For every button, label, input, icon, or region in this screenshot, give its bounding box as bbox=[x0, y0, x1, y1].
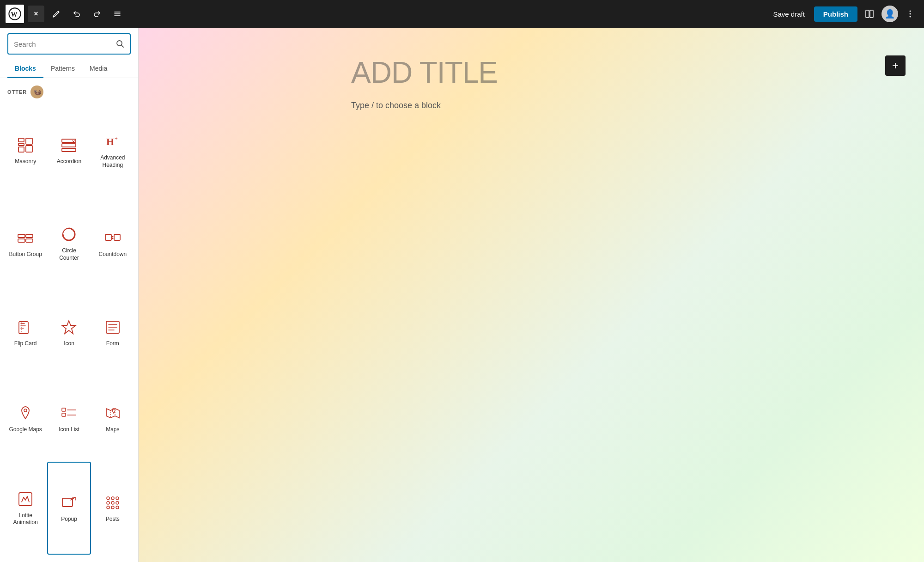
svg-rect-34 bbox=[62, 498, 73, 507]
search-input[interactable] bbox=[8, 36, 110, 53]
close-button[interactable]: × bbox=[28, 6, 44, 22]
advanced-heading-label: Advanced Heading bbox=[96, 154, 130, 169]
countdown-icon bbox=[103, 229, 122, 247]
svg-point-39 bbox=[111, 501, 114, 504]
tab-media[interactable]: Media bbox=[82, 60, 115, 78]
circle-counter-icon bbox=[60, 225, 78, 244]
editor-title-placeholder[interactable]: ADD TITLE bbox=[351, 55, 711, 90]
maps-label: Maps bbox=[106, 426, 119, 434]
circle-counter-label: Circle Counter bbox=[52, 247, 86, 262]
block-item-lottie-animation[interactable]: Lottie Animation bbox=[4, 462, 47, 555]
posts-icon bbox=[103, 494, 122, 512]
icon-list-label: Icon List bbox=[59, 426, 79, 434]
lottie-animation-label: Lottie Animation bbox=[8, 512, 43, 526]
advanced-heading-icon: H + bbox=[103, 132, 122, 151]
search-button[interactable] bbox=[110, 34, 130, 54]
svg-point-37 bbox=[116, 497, 119, 500]
undo-button[interactable] bbox=[68, 6, 85, 22]
otter-avatar: 🦦 bbox=[30, 86, 43, 98]
svg-rect-19 bbox=[18, 239, 25, 242]
editor-type-hint: Type / to choose a block bbox=[351, 101, 711, 110]
svg-rect-2 bbox=[866, 10, 869, 18]
block-item-flip-card[interactable]: Flip Card bbox=[4, 290, 47, 376]
svg-point-38 bbox=[107, 501, 109, 504]
svg-point-43 bbox=[116, 506, 119, 509]
posts-label: Posts bbox=[106, 516, 120, 523]
topbar: W × Save draft Publish bbox=[0, 0, 924, 28]
block-item-posts[interactable]: Posts bbox=[91, 462, 134, 555]
accordion-label: Accordion bbox=[57, 158, 81, 165]
masonry-icon bbox=[16, 136, 35, 154]
svg-marker-28 bbox=[62, 321, 76, 334]
svg-rect-12 bbox=[26, 146, 32, 152]
tab-blocks[interactable]: Blocks bbox=[7, 60, 43, 78]
block-item-google-maps[interactable]: Google Maps bbox=[4, 376, 47, 462]
svg-rect-32 bbox=[62, 413, 66, 416]
sidebar: Blocks Patterns Media OTTER 🦦 bbox=[0, 28, 139, 562]
google-maps-icon bbox=[16, 404, 35, 422]
flip-card-label: Flip Card bbox=[14, 340, 37, 348]
editor-area[interactable]: ADD TITLE Type / to choose a block + bbox=[139, 28, 924, 562]
block-item-popup[interactable]: Popup bbox=[47, 462, 91, 555]
svg-rect-10 bbox=[18, 147, 24, 152]
svg-point-6 bbox=[910, 16, 911, 18]
view-toggle-button[interactable] bbox=[861, 6, 878, 22]
add-block-button[interactable]: + bbox=[885, 55, 906, 76]
svg-point-7 bbox=[117, 41, 122, 46]
block-item-circle-counter[interactable]: Circle Counter bbox=[47, 197, 91, 290]
svg-point-42 bbox=[111, 506, 114, 509]
list-view-button[interactable] bbox=[109, 6, 126, 22]
options-button[interactable] bbox=[902, 6, 918, 22]
tabs: Blocks Patterns Media bbox=[0, 60, 138, 78]
svg-rect-8 bbox=[18, 138, 24, 142]
block-item-maps[interactable]: Maps bbox=[91, 376, 134, 462]
block-item-accordion[interactable]: Accordion bbox=[47, 104, 91, 197]
publish-button[interactable]: Publish bbox=[814, 6, 857, 22]
block-item-icon[interactable]: Icon bbox=[47, 290, 91, 376]
block-item-button-group[interactable]: Button Group bbox=[4, 197, 47, 290]
svg-text:+: + bbox=[115, 135, 118, 142]
svg-rect-15 bbox=[62, 148, 76, 152]
otter-label: OTTER bbox=[7, 89, 27, 95]
svg-rect-9 bbox=[18, 143, 24, 146]
edit-pencil-button[interactable] bbox=[48, 6, 65, 22]
search-area bbox=[0, 28, 138, 60]
countdown-label: Countdown bbox=[98, 251, 127, 258]
svg-point-5 bbox=[910, 13, 911, 15]
svg-rect-3 bbox=[870, 10, 873, 18]
svg-point-30 bbox=[24, 409, 27, 412]
redo-button[interactable] bbox=[89, 6, 105, 22]
popup-icon bbox=[60, 494, 78, 512]
svg-rect-11 bbox=[26, 138, 32, 144]
google-maps-label: Google Maps bbox=[9, 426, 42, 434]
wp-logo[interactable]: W bbox=[6, 5, 24, 23]
block-item-icon-list[interactable]: Icon List bbox=[47, 376, 91, 462]
popup-label: Popup bbox=[61, 516, 77, 523]
svg-point-41 bbox=[107, 506, 109, 509]
svg-text:W: W bbox=[11, 11, 18, 18]
svg-rect-20 bbox=[26, 234, 33, 238]
icon-list-icon bbox=[60, 404, 78, 422]
icon-label: Icon bbox=[64, 340, 74, 348]
svg-rect-23 bbox=[105, 234, 111, 240]
lottie-animation-icon bbox=[16, 490, 35, 508]
accordion-icon bbox=[60, 136, 78, 154]
svg-text:H: H bbox=[106, 136, 114, 147]
main-layout: Blocks Patterns Media OTTER 🦦 bbox=[0, 28, 924, 562]
svg-rect-31 bbox=[62, 408, 66, 411]
form-icon bbox=[103, 318, 122, 336]
button-group-icon bbox=[16, 229, 35, 247]
block-item-form[interactable]: Form bbox=[91, 290, 134, 376]
user-avatar-button[interactable]: 👤 bbox=[881, 6, 898, 22]
svg-rect-24 bbox=[114, 234, 120, 240]
maps-icon bbox=[103, 404, 122, 422]
block-item-masonry[interactable]: Masonry bbox=[4, 104, 47, 197]
form-label: Form bbox=[106, 340, 119, 348]
svg-point-40 bbox=[116, 501, 119, 504]
tab-patterns[interactable]: Patterns bbox=[43, 60, 82, 78]
save-draft-button[interactable]: Save draft bbox=[767, 6, 810, 22]
svg-point-26 bbox=[112, 238, 113, 239]
block-item-countdown[interactable]: Countdown bbox=[91, 197, 134, 290]
svg-point-35 bbox=[107, 497, 109, 500]
block-item-advanced-heading[interactable]: H + Advanced Heading bbox=[91, 104, 134, 197]
